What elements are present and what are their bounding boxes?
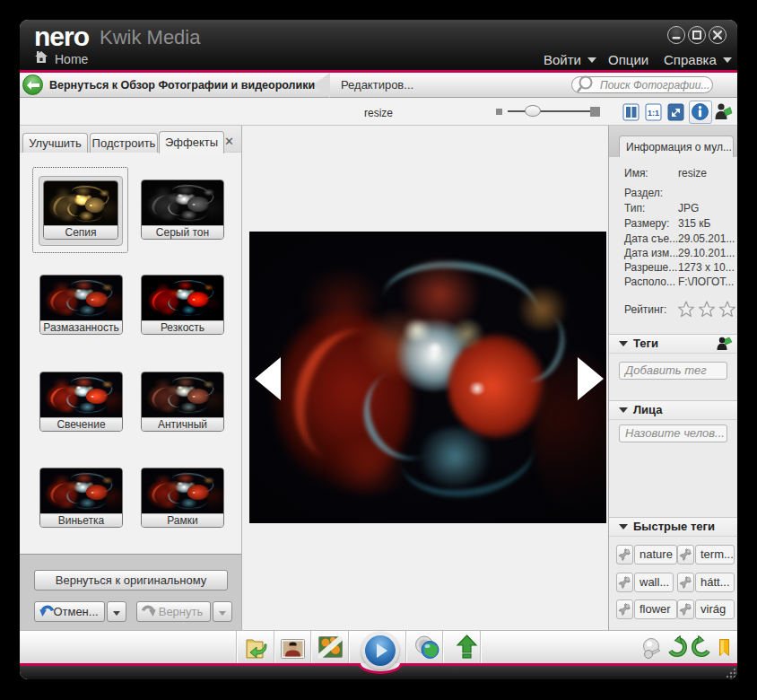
svg-text:1:1: 1:1	[648, 109, 659, 118]
